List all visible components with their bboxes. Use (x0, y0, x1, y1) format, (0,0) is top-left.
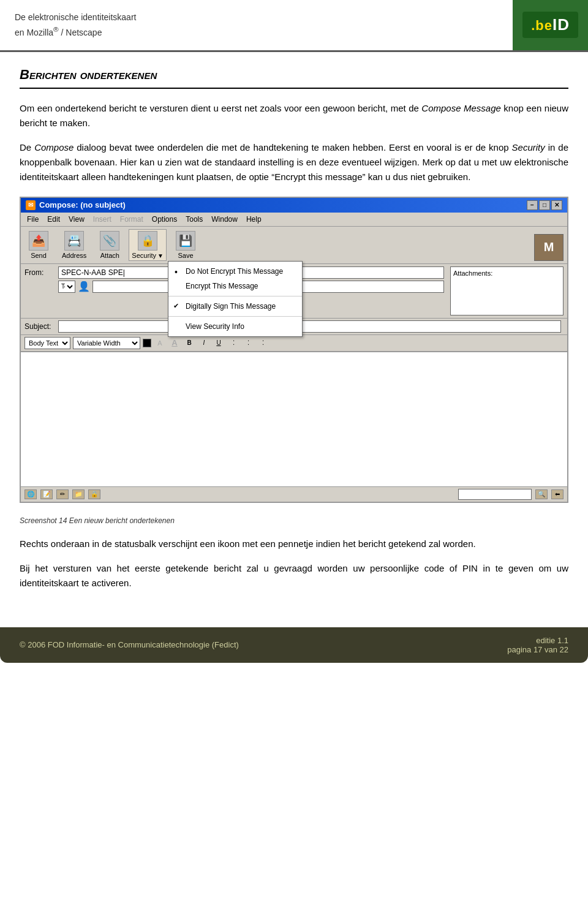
toolbar: 📤 Send 📇 Address 📎 Attach 🔒 Security▼ 💾 … (21, 227, 567, 264)
menu-insert: Insert (89, 214, 115, 225)
restore-button[interactable]: □ (539, 200, 550, 210)
header-title: De elektronische identiteitskaart en Moz… (15, 11, 498, 39)
screenshot-caption: Screenshot 14 Een nieuw bericht ondertek… (20, 515, 568, 527)
format-a-small[interactable]: A (154, 338, 166, 349)
to-type-select[interactable]: To: (58, 281, 75, 293)
format-a-large[interactable]: A (168, 338, 181, 349)
subject-input[interactable] (58, 320, 561, 333)
dropdown-item-encrypt[interactable]: Encrypt This Message (168, 279, 302, 293)
send-icon: 📤 (29, 231, 48, 251)
minimize-button[interactable]: − (527, 200, 538, 210)
menu-view[interactable]: View (65, 214, 88, 225)
dropdown-divider-1 (168, 296, 302, 296)
header: De elektronische identiteitskaart en Moz… (0, 0, 588, 52)
status-icon-search[interactable]: 🔍 (535, 489, 548, 499)
menu-format: Format (116, 214, 147, 225)
save-icon: 💾 (176, 231, 195, 251)
format-btn-2[interactable]: ⁚ (242, 338, 254, 349)
paragraph-4: Bij het versturen van het eerste geteken… (20, 561, 568, 591)
main-content: Berichten ondertekenen Om een onderteken… (0, 52, 588, 615)
subject-label: Subject: (24, 322, 58, 331)
toolbar-logo: M (534, 234, 564, 261)
screenshot-window: ✉ Compose: (no subject) − □ ✕ File Edit … (20, 197, 568, 503)
attachments-label: Attachments: (453, 270, 492, 277)
status-bar: 🌐 📝 ✏ 📁 🔒 🔍 ⬅ (21, 486, 567, 502)
send-button[interactable]: 📤 Send (24, 229, 53, 261)
save-button[interactable]: 💾 Save (172, 229, 200, 261)
footer-copyright: © 2006 FOD Informatie- en Communicatiete… (20, 640, 239, 649)
window-icon: ✉ (26, 200, 36, 210)
security-button[interactable]: 🔒 Security▼ (129, 229, 167, 261)
status-icon-2: 📝 (40, 489, 53, 499)
footer-edition: editie 1.1 pagina 17 van 22 (507, 636, 568, 654)
format-italic[interactable]: I (198, 338, 210, 349)
color-picker[interactable] (143, 339, 151, 347)
format-bold[interactable]: B (183, 338, 195, 349)
message-body[interactable] (21, 352, 567, 486)
format-underline[interactable]: U (213, 338, 225, 349)
status-icon-nav[interactable]: ⬅ (551, 489, 564, 499)
menubar: File Edit View Insert Format Options Too… (21, 213, 567, 227)
menu-help[interactable]: Help (243, 214, 265, 225)
from-label: From: (24, 268, 58, 277)
paragraph-2: De Compose dialoog bevat twee onderdelen… (20, 140, 568, 184)
body-text-select[interactable]: Body Text (24, 337, 70, 349)
attach-button[interactable]: 📎 Attach (96, 229, 124, 261)
page-title: Berichten ondertekenen (20, 67, 568, 89)
format-btn-1[interactable]: ⁚ (227, 338, 239, 349)
paragraph-1: Om een ondertekend bericht te versturen … (20, 101, 568, 130)
dropdown-divider-2 (168, 316, 302, 317)
close-button[interactable]: ✕ (551, 200, 562, 210)
status-icon-1: 🌐 (24, 489, 37, 499)
attach-icon: 📎 (100, 231, 119, 251)
status-icon-4: 📁 (72, 489, 85, 499)
menu-options[interactable]: Options (148, 214, 181, 225)
status-icon-3: ✏ (56, 489, 69, 499)
footer: © 2006 FOD Informatie- en Communicatiete… (0, 627, 588, 663)
window-titlebar: ✉ Compose: (no subject) − □ ✕ (21, 198, 567, 213)
beid-logo: .beID (522, 12, 578, 38)
format-btn-3[interactable]: ⁚ (257, 338, 269, 349)
security-dropdown: Do Not Encrypt This Message Encrypt This… (168, 261, 303, 337)
security-icon: 🔒 (138, 231, 157, 251)
window-title: Compose: (no subject) (39, 200, 126, 210)
menu-edit[interactable]: Edit (43, 214, 64, 225)
statusbar-search[interactable] (458, 489, 532, 500)
address-button[interactable]: 📇 Address (58, 229, 91, 261)
font-select[interactable]: Variable Width (73, 337, 140, 349)
dropdown-item-no-encrypt[interactable]: Do Not Encrypt This Message (168, 264, 302, 279)
header-logo-area: .beID (513, 0, 588, 50)
menu-file[interactable]: File (23, 214, 42, 225)
format-bar: Body Text Variable Width A A B I U ⁚ ⁚ ⁚ (21, 334, 567, 352)
dropdown-item-sign[interactable]: Digitally Sign This Message (168, 299, 302, 314)
address-icon: 📇 (64, 231, 84, 251)
window-controls[interactable]: − □ ✕ (527, 200, 562, 210)
address-book-icon[interactable]: 👤 (78, 281, 90, 292)
dropdown-item-security-info[interactable]: View Security Info (168, 319, 302, 334)
titlebar-left: ✉ Compose: (no subject) (26, 200, 126, 210)
header-text: De elektronische identiteitskaart en Moz… (0, 0, 513, 50)
paragraph-3: Rechts onderaan in de statusbalk verschi… (20, 537, 568, 551)
status-icon-5: 🔒 (88, 489, 100, 499)
attachments-box: Attachments: (450, 266, 564, 315)
menu-window[interactable]: Window (208, 214, 241, 225)
menu-tools[interactable]: Tools (182, 214, 206, 225)
